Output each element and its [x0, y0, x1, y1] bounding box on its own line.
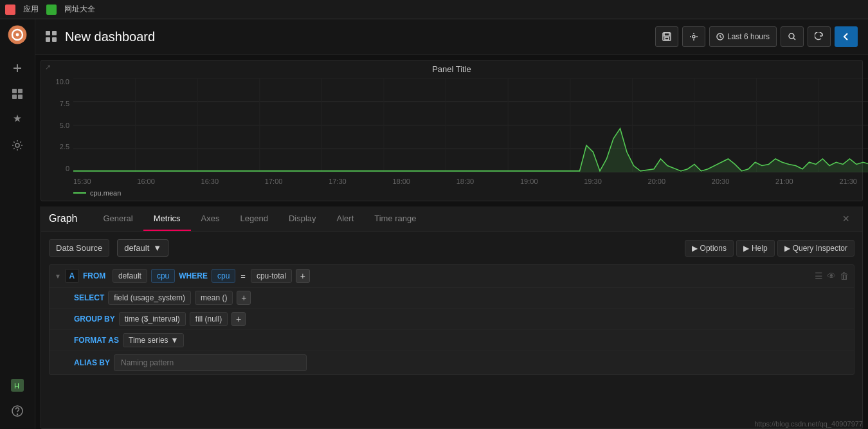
query-select-field[interactable]: field (usage_system): [108, 291, 191, 305]
y-label-2: 5.0: [60, 122, 69, 129]
x-label-9: 20:00: [648, 178, 666, 185]
query-inspector-label: Query Inspector: [793, 244, 847, 253]
formatas-chevron: ▼: [171, 336, 179, 345]
help-label: Help: [752, 244, 768, 253]
options-arrow: ▶: [692, 244, 698, 253]
panel-link-icon: ↗: [45, 63, 51, 71]
app-header: New dashboard: [35, 19, 868, 55]
grafana-logo[interactable]: [7, 24, 28, 45]
x-label-4: 17:30: [329, 178, 347, 185]
query-from-kw: FROM: [83, 271, 109, 280]
graph-label: Graph: [49, 206, 87, 231]
query-row-a: ▼ A FROM default cpu WHERE cpu = cpu-tot…: [49, 264, 854, 375]
query-aliasby-input[interactable]: [114, 354, 307, 371]
header-actions: Last 6 hours: [655, 26, 858, 47]
query-trash-icon[interactable]: 🗑: [840, 271, 849, 281]
query-hamburger-icon[interactable]: ☰: [815, 271, 823, 281]
search-button[interactable]: [781, 26, 804, 47]
query-from-row: ▼ A FROM default cpu WHERE cpu = cpu-tot…: [50, 265, 854, 288]
x-label-7: 19:00: [520, 178, 538, 185]
query-select-kw: SELECT: [74, 293, 104, 302]
query-add-where[interactable]: +: [296, 269, 310, 283]
x-label-5: 18:00: [392, 178, 410, 185]
panel-title: Panel Title: [41, 60, 862, 75]
x-label-8: 19:30: [584, 178, 602, 185]
query-select-fn[interactable]: mean (): [195, 291, 233, 305]
query-where-col[interactable]: cpu: [212, 269, 235, 283]
query-aliasby-row: ALIAS BY: [50, 351, 854, 374]
tab-alert[interactable]: Alert: [327, 207, 365, 231]
time-range-button[interactable]: Last 6 hours: [709, 26, 777, 47]
svg-rect-3: [12, 89, 17, 93]
sidebar-item-alerts[interactable]: [0, 107, 35, 132]
top-bar: 应用 网址大全: [0, 0, 868, 19]
query-row-actions: ☰ 👁 🗑: [815, 271, 849, 281]
svg-rect-14: [665, 37, 669, 40]
tab-display[interactable]: Display: [278, 207, 327, 231]
sidebar-item-help[interactable]: [0, 398, 35, 424]
y-label-3: 2.5: [60, 143, 69, 151]
x-label-1: 16:00: [137, 178, 155, 185]
site-label: 网址大全: [64, 4, 95, 15]
tab-general[interactable]: General: [93, 207, 143, 231]
tab-timerange[interactable]: Time range: [364, 207, 426, 231]
query-aliasby-kw: ALIAS BY: [74, 358, 110, 367]
svg-rect-5: [12, 95, 17, 99]
x-label-12: 21:30: [839, 178, 857, 185]
query-groupby-val[interactable]: time ($_interval): [119, 312, 186, 326]
datasource-row: Data Source default ▼ ▶ Options ▶ Help: [49, 239, 854, 257]
query-formatas-select[interactable]: Time series ▼: [123, 333, 184, 347]
tab-legend[interactable]: Legend: [230, 207, 278, 231]
query-formatas-row: FORMAT AS Time series ▼: [50, 330, 854, 351]
y-label-0: 10.0: [56, 78, 69, 86]
query-options: ▶ Options ▶ Help ▶ Query Inspector: [685, 240, 854, 257]
tab-metrics[interactable]: Metrics: [143, 207, 191, 231]
x-label-6: 18:30: [457, 178, 475, 185]
dashboard-title: New dashboard: [65, 30, 647, 44]
sidebar-item-settings[interactable]: [0, 132, 35, 158]
save-button[interactable]: [655, 26, 678, 47]
tabs-header: Graph General Metrics Axes Legend Displa…: [41, 206, 862, 232]
svg-marker-35: [73, 129, 868, 172]
x-label-2: 16:30: [201, 178, 219, 185]
help-arrow: ▶: [743, 244, 749, 253]
tab-axes[interactable]: Axes: [191, 207, 230, 231]
back-button[interactable]: [835, 26, 858, 47]
main-layout: H New dashboard: [0, 19, 868, 429]
query-eye-icon[interactable]: 👁: [827, 271, 836, 281]
legend-color: [73, 192, 86, 194]
legend-label: cpu.mean: [90, 189, 121, 197]
sidebar-item-user[interactable]: H: [0, 372, 35, 398]
query-add-groupby[interactable]: +: [231, 312, 246, 326]
site-icon: [46, 5, 57, 15]
query-from-table[interactable]: cpu: [151, 269, 175, 283]
close-button[interactable]: ×: [837, 212, 854, 226]
options-label: Options: [700, 244, 727, 253]
sidebar-item-add[interactable]: [0, 55, 35, 81]
datasource-chevron: ▼: [153, 243, 161, 253]
settings-button[interactable]: [682, 26, 705, 47]
sidebar-item-dashboards[interactable]: [0, 81, 35, 107]
options-button[interactable]: ▶ Options: [685, 240, 734, 257]
query-where-val[interactable]: cpu-total: [251, 269, 292, 283]
query-groupby-fill[interactable]: fill (null): [190, 312, 228, 326]
footer-url: https://blog.csdn.net/qq_40907977: [754, 420, 863, 428]
query-expand-icon[interactable]: ▼: [55, 273, 61, 280]
help-button[interactable]: ▶ Help: [736, 240, 775, 257]
svg-rect-6: [18, 95, 23, 99]
query-editor: Data Source default ▼ ▶ Options ▶ Help: [41, 232, 862, 428]
query-inspector-button[interactable]: ▶ Query Inspector: [777, 240, 854, 257]
app-icon: [5, 5, 15, 15]
chart-legend: cpu.mean: [41, 188, 862, 201]
query-formatas-kw: FORMAT AS: [74, 336, 119, 345]
sidebar-bottom: H: [0, 372, 35, 429]
svg-text:H: H: [14, 382, 19, 390]
svg-point-7: [15, 143, 19, 147]
query-from-db[interactable]: default: [113, 269, 147, 283]
query-add-select[interactable]: +: [237, 291, 251, 305]
datasource-select[interactable]: default ▼: [117, 239, 168, 257]
x-label-0: 15:30: [73, 178, 91, 185]
content-area: New dashboard: [35, 19, 868, 429]
refresh-button[interactable]: [808, 26, 831, 47]
dashboard-icon: [46, 31, 57, 42]
